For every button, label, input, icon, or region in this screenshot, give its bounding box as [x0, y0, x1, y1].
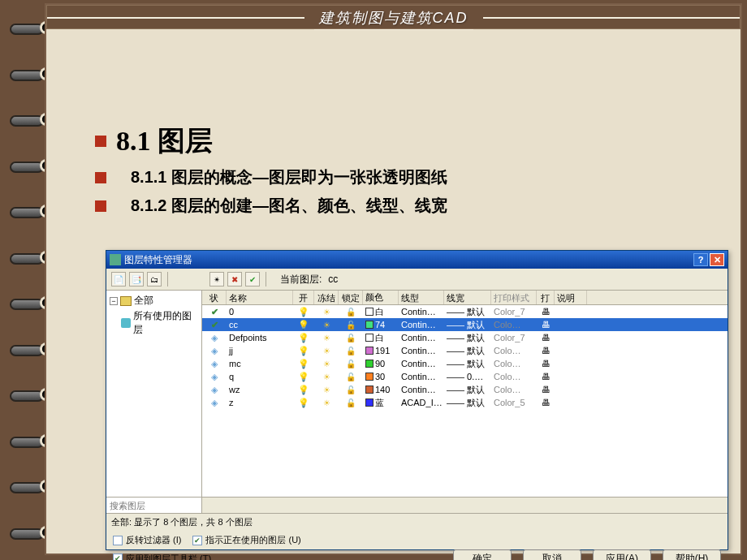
tree-child-inuse[interactable]: 所有使用的图层: [121, 309, 198, 337]
lineweight-cell[interactable]: —— 默认: [444, 358, 491, 370]
titlebar-close-button[interactable]: ✕: [710, 253, 724, 266]
layer-row[interactable]: ✔cc💡☀🔓74Contin…—— 默认Colo…🖶: [202, 318, 728, 331]
plot-cell[interactable]: 🖶: [537, 346, 555, 355]
plot-cell[interactable]: 🖶: [537, 359, 555, 368]
col-linetype[interactable]: 线型: [399, 291, 444, 304]
freeze-cell[interactable]: ☀: [314, 333, 339, 342]
freeze-cell[interactable]: ☀: [314, 307, 339, 317]
layer-row[interactable]: ✔0💡☀🔓白Contin…—— 默认Color_7🖶: [202, 305, 728, 318]
col-freeze[interactable]: 冻结: [314, 291, 339, 304]
color-cell[interactable]: 白: [363, 306, 399, 318]
search-layer-input[interactable]: [106, 498, 202, 513]
linetype-cell[interactable]: Contin…: [399, 307, 444, 317]
name-cell[interactable]: wz: [227, 385, 293, 394]
linetype-cell[interactable]: Contin…: [399, 333, 444, 342]
layer-row[interactable]: ◈wz💡☀🔓140Contin…—— 默认Colo…🖶: [202, 383, 728, 396]
lineweight-cell[interactable]: —— 默认: [444, 306, 491, 318]
layer-row[interactable]: ◈jj💡☀🔓191Contin…—— 默认Colo…🖶: [202, 344, 728, 357]
on-cell[interactable]: 💡: [293, 372, 314, 382]
layer-row[interactable]: ◈z💡☀🔓蓝ACAD_I…—— 默认Color_5🖶: [202, 396, 728, 409]
name-cell[interactable]: q: [227, 372, 293, 381]
freeze-cell[interactable]: ☀: [314, 320, 339, 330]
tree-collapse-icon[interactable]: −: [110, 297, 118, 305]
col-desc[interactable]: 说明: [555, 291, 587, 304]
lock-cell[interactable]: 🔓: [339, 398, 363, 407]
name-cell[interactable]: z: [227, 398, 293, 407]
plot-cell[interactable]: 🖶: [537, 385, 555, 394]
lineweight-cell[interactable]: —— 默认: [444, 319, 491, 331]
linetype-cell[interactable]: Contin…: [399, 320, 444, 330]
plot-cell[interactable]: 🖶: [537, 333, 555, 342]
lineweight-cell[interactable]: —— 默认: [444, 345, 491, 357]
ok-button[interactable]: 确定: [453, 549, 512, 560]
on-cell[interactable]: 💡: [293, 385, 314, 395]
color-cell[interactable]: 90: [363, 359, 399, 368]
name-cell[interactable]: cc: [227, 320, 293, 330]
col-state[interactable]: 状: [202, 291, 227, 304]
lock-cell[interactable]: 🔓: [339, 307, 363, 317]
invert-filter-checkbox[interactable]: 反转过滤器 (I): [113, 534, 181, 546]
new-layer-icon[interactable]: ✴: [209, 272, 224, 286]
col-lock[interactable]: 锁定: [339, 291, 363, 304]
on-cell[interactable]: 💡: [293, 320, 314, 330]
name-cell[interactable]: Defpoints: [227, 333, 293, 342]
freeze-cell[interactable]: ☀: [314, 346, 339, 355]
grid-header[interactable]: 状 名称 开 冻结 锁定 颜色 线型 线宽 打印样式 打 说明: [202, 291, 728, 305]
name-cell[interactable]: mc: [227, 359, 293, 368]
col-plot[interactable]: 打: [537, 291, 555, 304]
layer-row[interactable]: ◈q💡☀🔓30Contin…—— 0.…Colo…🖶: [202, 370, 728, 383]
apply-button[interactable]: 应用(A): [593, 549, 651, 560]
dialog-titlebar[interactable]: 图层特性管理器 ? ✕: [106, 251, 728, 269]
freeze-cell[interactable]: ☀: [314, 372, 339, 381]
lock-cell[interactable]: 🔓: [339, 385, 363, 394]
lock-cell[interactable]: 🔓: [339, 359, 363, 368]
lineweight-cell[interactable]: —— 默认: [444, 384, 491, 396]
apply-toolbar-checkbox[interactable]: ✔ 应用到图层工具栏 (T): [113, 553, 211, 561]
freeze-cell[interactable]: ☀: [314, 398, 339, 407]
on-cell[interactable]: 💡: [293, 307, 314, 317]
states-icon[interactable]: 🗂: [147, 272, 162, 286]
lock-cell[interactable]: 🔓: [339, 333, 363, 342]
layer-row[interactable]: ◈Defpoints💡☀🔓白Contin…—— 默认Color_7🖶: [202, 331, 728, 344]
linetype-cell[interactable]: Contin…: [399, 385, 444, 394]
linetype-cell[interactable]: Contin…: [399, 346, 444, 355]
linetype-cell[interactable]: Contin…: [399, 372, 444, 381]
new-filter-icon[interactable]: 📄: [111, 272, 126, 286]
indicate-inuse-checkbox[interactable]: ✔ 指示正在使用的图层 (U): [192, 534, 300, 546]
color-cell[interactable]: 191: [363, 346, 399, 355]
color-cell[interactable]: 140: [363, 385, 399, 394]
linetype-cell[interactable]: ACAD_I…: [399, 398, 444, 407]
col-plotstyle[interactable]: 打印样式: [491, 291, 537, 304]
lineweight-cell[interactable]: —— 默认: [444, 397, 491, 409]
col-color[interactable]: 颜色: [363, 291, 399, 304]
col-lineweight[interactable]: 线宽: [444, 291, 491, 304]
on-cell[interactable]: 💡: [293, 359, 314, 369]
plot-cell[interactable]: 🖶: [537, 320, 555, 330]
lock-cell[interactable]: 🔓: [339, 372, 363, 381]
col-on[interactable]: 开: [293, 291, 314, 304]
color-cell[interactable]: 白: [363, 332, 399, 344]
on-cell[interactable]: 💡: [293, 346, 314, 356]
help-button[interactable]: 帮助(H): [663, 549, 721, 560]
name-cell[interactable]: 0: [227, 307, 293, 317]
freeze-cell[interactable]: ☀: [314, 385, 339, 394]
color-cell[interactable]: 74: [363, 320, 399, 330]
color-cell[interactable]: 30: [363, 372, 399, 381]
on-cell[interactable]: 💡: [293, 398, 314, 408]
new-group-icon[interactable]: 📑: [129, 272, 144, 286]
lineweight-cell[interactable]: —— 默认: [444, 332, 491, 344]
delete-layer-icon[interactable]: ✖: [227, 272, 242, 286]
color-cell[interactable]: 蓝: [363, 397, 399, 409]
name-cell[interactable]: jj: [227, 346, 293, 355]
lock-cell[interactable]: 🔓: [339, 346, 363, 355]
tree-root-all[interactable]: − 全部: [110, 294, 198, 308]
col-name[interactable]: 名称: [227, 291, 293, 304]
plot-cell[interactable]: 🖶: [537, 398, 555, 407]
lock-cell[interactable]: 🔓: [339, 320, 363, 330]
cancel-button[interactable]: 取消: [523, 549, 581, 560]
titlebar-help-button[interactable]: ?: [693, 253, 708, 266]
on-cell[interactable]: 💡: [293, 333, 314, 343]
plot-cell[interactable]: 🖶: [537, 372, 555, 381]
set-current-icon[interactable]: ✔: [245, 272, 260, 286]
lineweight-cell[interactable]: —— 0.…: [444, 372, 491, 381]
